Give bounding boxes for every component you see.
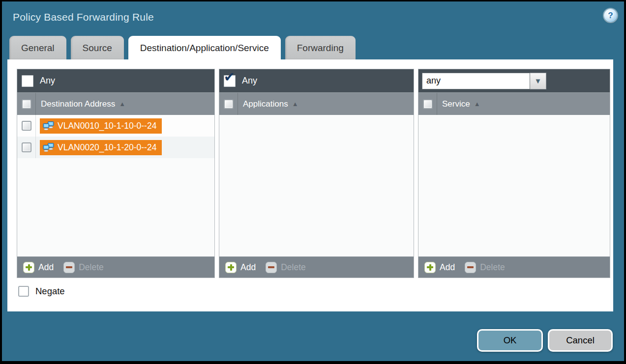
- sort-asc-icon[interactable]: ▲: [474, 100, 480, 108]
- row-checkbox[interactable]: [22, 121, 31, 131]
- service-header-label[interactable]: Service: [442, 99, 470, 109]
- dropdown-button[interactable]: ▼: [530, 73, 546, 89]
- columns-container: ✔ Any Destination Address ▲: [17, 69, 610, 278]
- delete-label: Delete: [281, 262, 306, 273]
- destination-row[interactable]: VLAN0020_10-1-20-0--24: [17, 137, 214, 158]
- destination-any-bar: ✔ Any: [17, 69, 214, 92]
- service-header-row: Service ▲: [418, 92, 610, 115]
- service-column: any ▼ Service ▲ Add: [418, 69, 610, 278]
- applications-header-row: Applications ▲: [219, 92, 414, 115]
- row-checkbox[interactable]: [22, 142, 31, 152]
- service-dropdown-bar: any ▼: [418, 69, 610, 92]
- applications-list: [219, 115, 414, 256]
- checkmark-icon: ✔: [224, 71, 235, 84]
- destination-add-button[interactable]: Add: [23, 262, 54, 273]
- service-toolbar: Add Delete: [418, 256, 610, 278]
- add-plus-icon: [225, 262, 237, 273]
- destination-header-row: Destination Address ▲: [17, 92, 214, 115]
- chevron-down-icon: ▼: [535, 77, 542, 84]
- applications-toolbar: Add Delete: [219, 256, 414, 278]
- delete-minus-icon: [266, 262, 277, 273]
- applications-column: ✔ Any Applications ▲ Add: [219, 69, 414, 278]
- add-label: Add: [240, 262, 256, 273]
- negate-label: Negate: [35, 286, 65, 297]
- tab-forwarding[interactable]: Forwarding: [285, 36, 356, 59]
- destination-any-checkbox[interactable]: ✔: [22, 75, 33, 87]
- pbf-rule-dialog: Policy Based Forwarding Rule ? General S…: [0, 0, 626, 364]
- destination-header-label[interactable]: Destination Address: [41, 99, 115, 109]
- address-object-label: VLAN0010_10-1-10-0--24: [58, 121, 156, 131]
- applications-add-button[interactable]: Add: [225, 262, 256, 273]
- applications-any-label: Any: [242, 76, 257, 86]
- address-object-icon: [43, 121, 54, 130]
- tab-destination-application-service[interactable]: Destination/Application/Service: [128, 36, 281, 59]
- address-object-chip[interactable]: VLAN0020_10-1-20-0--24: [40, 140, 162, 155]
- delete-minus-icon: [63, 262, 75, 273]
- dialog-background: Policy Based Forwarding Rule ? General S…: [2, 1, 624, 361]
- destination-row[interactable]: VLAN0010_10-1-10-0--24: [17, 115, 214, 137]
- tab-general[interactable]: General: [9, 36, 66, 59]
- delete-label: Delete: [480, 262, 505, 273]
- add-label: Add: [440, 262, 455, 273]
- destination-list: VLAN0010_10-1-10-0--24 VLAN0020_10-1-20-…: [17, 115, 214, 256]
- destination-any-label: Any: [40, 76, 55, 86]
- add-plus-icon: [23, 262, 34, 273]
- service-type-value[interactable]: any: [422, 73, 530, 89]
- destination-toolbar: Add Delete: [17, 256, 214, 278]
- negate-checkbox[interactable]: [18, 286, 29, 297]
- service-add-button[interactable]: Add: [424, 262, 455, 273]
- applications-delete-button[interactable]: Delete: [266, 262, 306, 273]
- add-label: Add: [38, 262, 54, 273]
- service-delete-button[interactable]: Delete: [465, 262, 505, 273]
- sort-asc-icon[interactable]: ▲: [292, 100, 298, 108]
- add-plus-icon: [424, 262, 436, 273]
- service-list: [418, 115, 610, 256]
- delete-label: Delete: [79, 262, 104, 273]
- address-object-chip[interactable]: VLAN0010_10-1-10-0--24: [40, 118, 162, 134]
- tab-bar: General Source Destination/Application/S…: [9, 36, 356, 59]
- applications-select-all-checkbox[interactable]: [224, 99, 234, 109]
- destination-column: ✔ Any Destination Address ▲: [17, 69, 215, 278]
- applications-any-bar: ✔ Any: [219, 69, 414, 92]
- service-type-dropdown[interactable]: any ▼: [422, 73, 546, 89]
- negate-row: Negate: [18, 286, 65, 297]
- destination-delete-button[interactable]: Delete: [63, 262, 104, 273]
- delete-minus-icon: [465, 262, 476, 273]
- tab-content-panel: ✔ Any Destination Address ▲: [7, 59, 613, 311]
- tab-source[interactable]: Source: [71, 36, 124, 59]
- applications-any-checkbox[interactable]: ✔: [224, 75, 236, 87]
- cancel-button[interactable]: Cancel: [548, 329, 613, 352]
- address-object-label: VLAN0020_10-1-20-0--24: [58, 142, 156, 153]
- sort-asc-icon[interactable]: ▲: [119, 100, 125, 108]
- applications-header-label[interactable]: Applications: [243, 99, 288, 109]
- help-icon[interactable]: ?: [604, 9, 617, 22]
- dialog-title: Policy Based Forwarding Rule: [13, 11, 154, 23]
- destination-select-all-checkbox[interactable]: [22, 99, 31, 109]
- address-object-icon: [43, 143, 54, 152]
- service-select-all-checkbox[interactable]: [423, 99, 433, 109]
- ok-button[interactable]: OK: [477, 329, 543, 352]
